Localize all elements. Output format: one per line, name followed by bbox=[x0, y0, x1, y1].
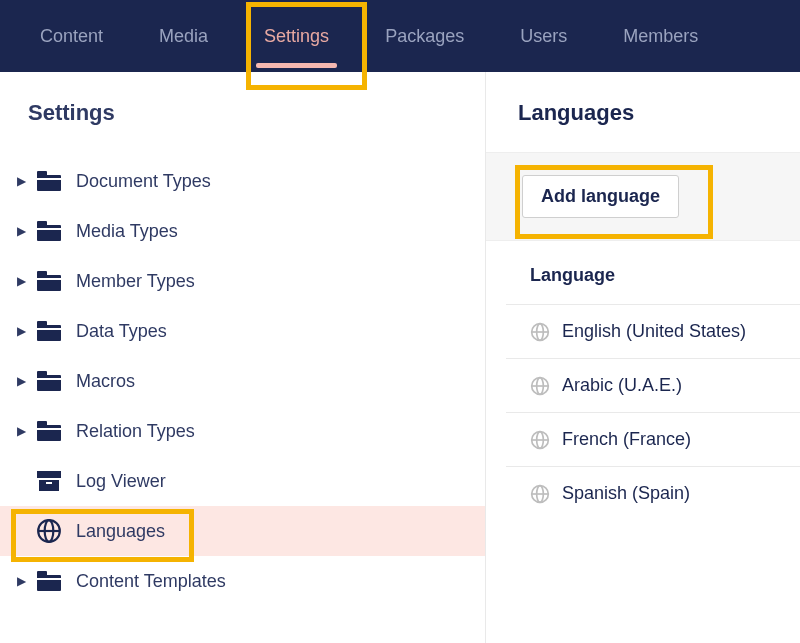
folder-icon bbox=[36, 318, 62, 344]
caret-icon: ▶ bbox=[14, 424, 28, 438]
tree-label: Member Types bbox=[76, 271, 195, 292]
globe-icon bbox=[530, 322, 550, 342]
tree-label: Log Viewer bbox=[76, 471, 166, 492]
tree-item-content-templates[interactable]: ▶ Content Templates bbox=[0, 556, 485, 606]
add-language-button[interactable]: Add language bbox=[522, 175, 679, 218]
tree-item-macros[interactable]: ▶ Macros bbox=[0, 356, 485, 406]
tree-label: Macros bbox=[76, 371, 135, 392]
folder-icon bbox=[36, 268, 62, 294]
caret-icon: ▶ bbox=[14, 324, 28, 338]
caret-icon: ▶ bbox=[14, 174, 28, 188]
language-name: Arabic (U.A.E.) bbox=[562, 375, 682, 396]
tree-label: Data Types bbox=[76, 321, 167, 342]
language-name: French (France) bbox=[562, 429, 691, 450]
panel-title: Languages bbox=[486, 100, 800, 152]
tree-label: Media Types bbox=[76, 221, 178, 242]
globe-icon bbox=[530, 376, 550, 396]
panel-toolbar: Add language bbox=[486, 152, 800, 241]
folder-icon bbox=[36, 218, 62, 244]
nav-label: Members bbox=[623, 26, 698, 47]
tree-item-relation-types[interactable]: ▶ Relation Types bbox=[0, 406, 485, 456]
language-row[interactable]: Spanish (Spain) bbox=[506, 467, 800, 520]
tree-label: Relation Types bbox=[76, 421, 195, 442]
archive-icon bbox=[36, 468, 62, 494]
caret-icon: ▶ bbox=[14, 224, 28, 238]
tree-item-data-types[interactable]: ▶ Data Types bbox=[0, 306, 485, 356]
folder-icon bbox=[36, 368, 62, 394]
content-panel: Languages Add language Language English … bbox=[485, 72, 800, 643]
tree-item-member-types[interactable]: ▶ Member Types bbox=[0, 256, 485, 306]
nav-settings[interactable]: Settings bbox=[236, 0, 357, 72]
folder-icon bbox=[36, 568, 62, 594]
nav-label: Media bbox=[159, 26, 208, 47]
tree-item-languages[interactable]: Languages bbox=[0, 506, 485, 556]
globe-icon bbox=[36, 518, 62, 544]
tree-item-media-types[interactable]: ▶ Media Types bbox=[0, 206, 485, 256]
nav-members[interactable]: Members bbox=[595, 0, 726, 72]
globe-icon bbox=[530, 484, 550, 504]
top-nav: Content Media Settings Packages Users Me… bbox=[0, 0, 800, 72]
folder-icon bbox=[36, 418, 62, 444]
caret-icon: ▶ bbox=[14, 274, 28, 288]
tree-item-document-types[interactable]: ▶ Document Types bbox=[0, 156, 485, 206]
tree-label: Languages bbox=[76, 521, 165, 542]
language-row[interactable]: English (United States) bbox=[506, 305, 800, 359]
nav-label: Content bbox=[40, 26, 103, 47]
caret-icon: ▶ bbox=[14, 374, 28, 388]
nav-content[interactable]: Content bbox=[12, 0, 131, 72]
settings-tree: ▶ Document Types ▶ Media Types ▶ Member … bbox=[0, 156, 485, 606]
language-row[interactable]: French (France) bbox=[506, 413, 800, 467]
tree-label: Content Templates bbox=[76, 571, 226, 592]
nav-label: Users bbox=[520, 26, 567, 47]
language-name: Spanish (Spain) bbox=[562, 483, 690, 504]
sidebar: Settings ▶ Document Types ▶ Media Types … bbox=[0, 72, 485, 643]
folder-icon bbox=[36, 168, 62, 194]
sidebar-title: Settings bbox=[0, 100, 485, 156]
tree-item-log-viewer[interactable]: Log Viewer bbox=[0, 456, 485, 506]
column-header-language: Language bbox=[506, 241, 800, 305]
nav-users[interactable]: Users bbox=[492, 0, 595, 72]
nav-label: Packages bbox=[385, 26, 464, 47]
language-table: Language English (United States) Arabic … bbox=[486, 241, 800, 520]
language-name: English (United States) bbox=[562, 321, 746, 342]
nav-media[interactable]: Media bbox=[131, 0, 236, 72]
nav-label: Settings bbox=[264, 26, 329, 47]
tree-label: Document Types bbox=[76, 171, 211, 192]
caret-icon: ▶ bbox=[14, 574, 28, 588]
globe-icon bbox=[530, 430, 550, 450]
language-row[interactable]: Arabic (U.A.E.) bbox=[506, 359, 800, 413]
nav-packages[interactable]: Packages bbox=[357, 0, 492, 72]
